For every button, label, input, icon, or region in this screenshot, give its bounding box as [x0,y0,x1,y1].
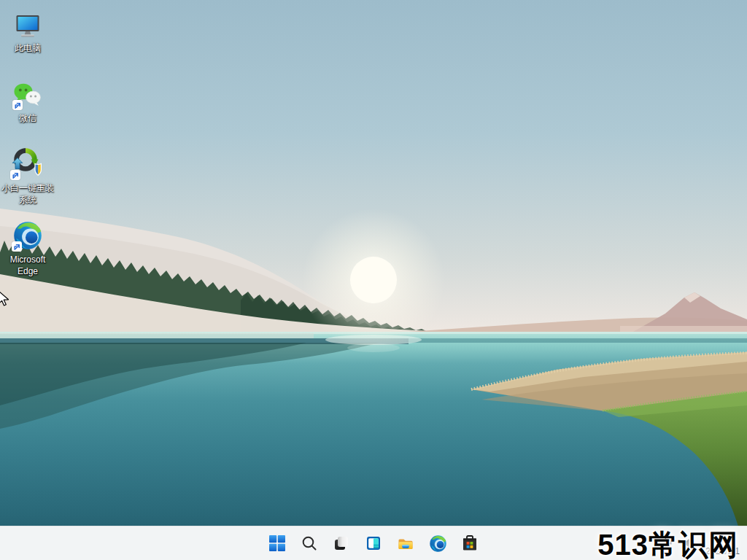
icon-label: Microsoft [10,254,46,265]
file-explorer-icon [397,534,414,552]
search-button[interactable] [295,529,324,558]
taskbar-center-group [263,529,484,558]
xiaobai-reinstall-icon [11,146,44,179]
this-pc-icon [13,6,42,39]
desktop-wallpaper [0,0,747,560]
shortcut-arrow-icon [12,241,22,252]
icon-label: 微信 [19,112,36,124]
widgets-button[interactable] [359,529,388,558]
icon-label: 此电脑 [15,42,41,54]
wechat-icon [13,76,42,109]
desktop-icon-wechat[interactable]: 微信 [1,76,54,124]
edge-icon [429,534,447,553]
search-icon [301,534,318,552]
icon-label-line2: Edge [18,265,38,277]
desktop-icon-edge[interactable]: Microsoft Edge [1,217,54,277]
start-button[interactable] [263,529,292,558]
task-view-icon [333,534,350,552]
windows-start-icon [268,534,286,552]
icon-label: 小白一键重装 [1,182,54,194]
microsoft-store-button[interactable] [455,529,484,558]
shortcut-arrow-icon [12,100,23,110]
edge-button[interactable] [423,529,452,558]
file-explorer-button[interactable] [391,529,420,558]
task-view-button[interactable] [327,529,356,558]
icon-label-line2: 系统 [19,194,36,206]
watermark-text: 513常识网 [597,528,738,560]
desktop-icon-xiaobai[interactable]: 小白一键重装 系统 [1,146,54,206]
edge-icon [12,217,43,251]
widgets-icon [365,534,382,552]
mouse-cursor [0,289,11,308]
shortcut-arrow-icon [10,170,20,180]
desktop-icon-this-pc[interactable]: 此电脑 [1,6,54,54]
microsoft-store-icon [461,534,479,552]
